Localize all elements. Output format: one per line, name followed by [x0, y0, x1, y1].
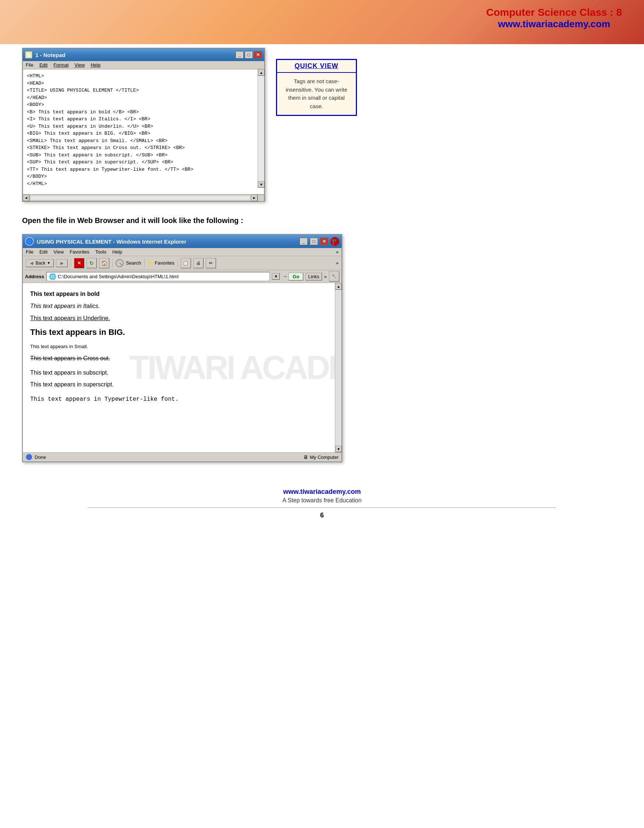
notepad-menu-view[interactable]: View [75, 62, 85, 68]
maximize-button[interactable]: □ [245, 51, 253, 58]
scroll-right-arrow[interactable]: ► [251, 194, 258, 201]
quick-view-header: QUICK VIEW [277, 60, 356, 73]
header-title-line1: Computer Science Class : 8 [486, 6, 622, 19]
ie-stop-button[interactable]: ✕ [74, 258, 84, 268]
notepad-menu-help[interactable]: Help [91, 62, 100, 68]
ie-toolbar-extend-right[interactable]: » [336, 260, 338, 266]
ie-bold-text: This text appears in bold [30, 291, 99, 297]
quick-view-box: QUICK VIEW Tags are not case-insensitive… [276, 59, 357, 116]
notepad-content-area[interactable]: <HTML> <HEAD> <TITLE> USING PHYSICAL ELE… [23, 69, 264, 194]
ie-back-button[interactable]: ◄ Back ▼ [26, 259, 54, 267]
ie-minimize-button[interactable]: _ [299, 238, 308, 245]
ie-titlebar-left: 🌐 USING PHYSICAL ELEMENT - Windows Inter… [25, 237, 186, 246]
ie-scroll-up-arrow[interactable]: ▲ [335, 283, 342, 290]
ie-search-area: 🔍 Search [116, 259, 141, 267]
ie-menu-edit[interactable]: Edit [39, 249, 47, 255]
back-dropdown-icon: ▼ [47, 261, 51, 265]
ie-line-sup: This text appears in superscript. [30, 380, 332, 390]
ie-menu-help[interactable]: Help [112, 249, 122, 255]
code-line: <U> This text appears in Underlin. </U> … [27, 123, 254, 130]
ie-maximize-button[interactable]: □ [310, 238, 318, 245]
ie-title-right: _ □ ✕ 🏴 [299, 237, 339, 246]
ie-toolbar-extend[interactable]: » [336, 249, 338, 255]
toolbar-separator-1 [71, 259, 71, 268]
ie-line-italic: This text appears in Italics. [30, 301, 332, 312]
close-button[interactable]: ✕ [254, 51, 262, 58]
notepad-section: 📄 1 - Notepad _ □ ✕ File Edit Format Vie… [22, 48, 622, 202]
page-number: 6 [30, 511, 614, 519]
address-dropdown[interactable]: ▼ [272, 273, 280, 280]
ie-tools-icon[interactable]: 🔧 [329, 271, 339, 282]
ie-forward-button[interactable]: ► [56, 259, 68, 267]
ie-content-area: TIWARI ACADEMY This text appears in bold… [23, 283, 342, 452]
code-line: </HTML> [27, 180, 254, 188]
notepad-menubar: File Edit Format View Help [23, 61, 264, 69]
address-value: C:\Documents and Settings\Admin\Desktop\… [58, 274, 179, 279]
ie-favorites-area: ★ Favorites [147, 259, 174, 267]
header-title-line2: www.tiwariacademy.com [486, 19, 622, 30]
code-line: <SUB> This text appears in subscript. </… [27, 152, 254, 159]
ie-edit-button[interactable]: ✏ [206, 258, 216, 268]
go-arrow-icon: → [282, 273, 288, 280]
code-line: <BODY> [27, 101, 254, 108]
ie-underline-text: This text appears in Underline. [30, 315, 110, 321]
address-input[interactable]: 🌐 C:\Documents and Settings\Admin\Deskto… [46, 272, 270, 281]
page-header: Computer Science Class : 8 www.tiwariaca… [486, 6, 622, 30]
code-line: <SMALL> This text appears in Small. </SM… [27, 137, 254, 144]
ie-scrollbar-v[interactable]: ▲ ▼ [335, 283, 342, 452]
page-footer: www.tiwariacademy.com A Step towards fre… [22, 481, 622, 527]
code-line: <HTML> [27, 72, 254, 80]
code-line: </HEAD> [27, 94, 254, 102]
ie-menu-view[interactable]: View [53, 249, 64, 255]
notepad-scrollbar-v[interactable]: ▲ ▼ [258, 69, 264, 188]
ie-status-globe-icon [26, 454, 32, 460]
notepad-scrollbar-h[interactable]: ◄ ► [23, 194, 264, 201]
ie-italic-text: This text appears in Italics. [30, 303, 100, 309]
scroll-down-arrow[interactable]: ▼ [258, 181, 265, 188]
ie-refresh-button[interactable]: ↻ [86, 258, 97, 268]
go-arrow-area: → Go [282, 273, 303, 281]
ie-status-my-computer: My Computer [310, 455, 338, 460]
notepad-menu-edit[interactable]: Edit [39, 62, 47, 68]
links-extend-icon: » [324, 274, 327, 279]
code-line: <I> This text appears in Italics. </I> <… [27, 116, 254, 123]
footer-tagline: A Step towards free Education [30, 497, 614, 504]
ie-print-button[interactable]: 🖨 [193, 258, 204, 268]
ie-menu-tools[interactable]: Tools [95, 249, 107, 255]
ie-flag-icon: 🏴 [331, 237, 339, 246]
ie-sub-text-main: This text appears in subscript. [30, 370, 108, 376]
back-label: Back [36, 260, 45, 266]
code-line: <STRIKE> This text appears in Cross out.… [27, 144, 254, 152]
code-line: <BIG> This text appears in BIG. </BIG> <… [27, 130, 254, 137]
ie-address-bar: Address 🌐 C:\Documents and Settings\Admi… [23, 270, 342, 283]
scroll-left-arrow[interactable]: ◄ [23, 194, 30, 201]
minimize-button[interactable]: _ [235, 51, 244, 58]
ie-window: 🌐 USING PHYSICAL ELEMENT - Windows Inter… [22, 234, 342, 462]
ie-close-button[interactable]: ✕ [320, 238, 328, 245]
ie-scroll-down-arrow[interactable]: ▼ [335, 445, 342, 452]
ie-menu-file[interactable]: File [26, 249, 33, 255]
ie-strikethrough-text: This text appears in Cross out. [30, 355, 110, 361]
ie-home-button[interactable]: 🏠 [99, 258, 109, 268]
notepad-menu-format[interactable]: Format [53, 62, 69, 68]
ie-titlebar: 🌐 USING PHYSICAL ELEMENT - Windows Inter… [23, 235, 342, 248]
quick-view-body: Tags are not case-insensitive. You can w… [277, 73, 356, 115]
links-button[interactable]: Links [306, 273, 322, 281]
ie-line-strike: This text appears in Cross out. [30, 353, 332, 364]
go-button[interactable]: Go [288, 273, 303, 281]
ie-history-button[interactable]: 📋 [181, 258, 191, 268]
ie-scroll-track [335, 290, 342, 445]
favorites-label[interactable]: Favorites [155, 260, 174, 266]
ie-menu-favorites[interactable]: Favorites [69, 249, 89, 255]
ie-status-right: 🖥 My Computer [303, 454, 338, 460]
back-arrow-icon: ◄ [29, 260, 34, 266]
search-label[interactable]: Search [126, 260, 141, 266]
scroll-up-arrow[interactable]: ▲ [258, 69, 265, 76]
footer-url: www.tiwariacademy.com [30, 488, 614, 496]
forward-arrow-icon: ► [59, 260, 64, 266]
notepad-menu-file[interactable]: File [26, 62, 33, 68]
ie-line-underline: This text appears in Underline. [30, 313, 332, 324]
search-icon: 🔍 [116, 259, 124, 267]
ie-line-big: This text appears in BIG. [30, 325, 332, 340]
favorites-star-icon: ★ [147, 259, 153, 267]
